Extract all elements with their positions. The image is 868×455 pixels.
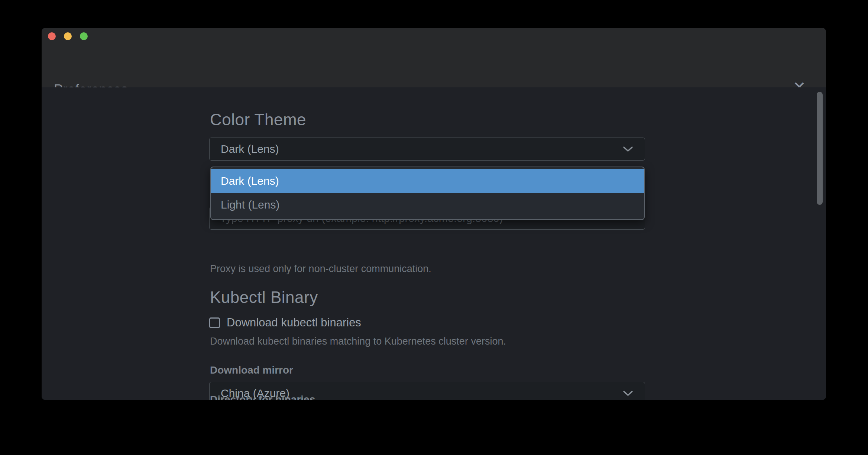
zoom-traffic-light-button[interactable]	[80, 32, 88, 40]
traffic-lights	[48, 32, 88, 40]
download-kubectl-checkbox-row[interactable]: Download kubectl binaries	[209, 316, 361, 329]
directory-for-binaries-label: Directory for binaries	[210, 394, 315, 400]
minimize-traffic-light-button[interactable]	[64, 32, 72, 40]
download-mirror-label: Download mirror	[210, 364, 293, 376]
preferences-window: Preferences ✕ Color Theme Dark (Lens) Da…	[42, 28, 826, 400]
scrollbar-thumb[interactable]	[817, 92, 823, 205]
close-traffic-light-button[interactable]	[48, 32, 56, 40]
chevron-down-icon	[622, 146, 634, 152]
dropdown-option-light[interactable]: Light (Lens)	[211, 193, 644, 217]
download-kubectl-checkbox-label: Download kubectl binaries	[227, 316, 361, 329]
color-theme-select[interactable]: Dark (Lens)	[209, 138, 645, 161]
titlebar: Preferences ✕	[42, 28, 826, 87]
color-theme-select-value: Dark (Lens)	[221, 143, 622, 155]
dropdown-option-dark[interactable]: Dark (Lens)	[211, 169, 644, 193]
kubectl-hint-text: Download kubectl binaries matching to Ku…	[210, 336, 506, 347]
kubectl-binary-heading: Kubectl Binary	[210, 288, 318, 307]
color-theme-dropdown: Dark (Lens) Light (Lens)	[210, 167, 645, 220]
download-kubectl-checkbox[interactable]	[209, 317, 220, 328]
chevron-down-icon	[622, 390, 634, 397]
color-theme-heading: Color Theme	[210, 110, 306, 129]
preferences-content	[42, 87, 826, 400]
proxy-hint-text: Proxy is used only for non-cluster commu…	[210, 263, 431, 275]
